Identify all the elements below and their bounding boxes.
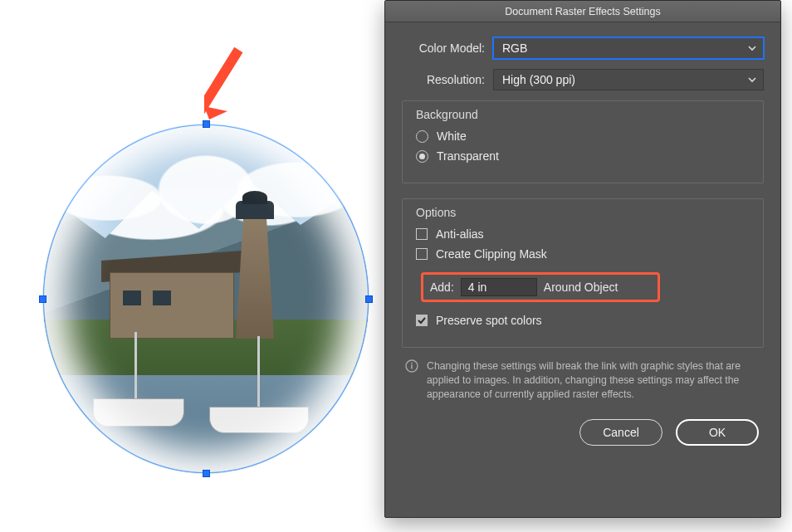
resolution-label: Resolution: xyxy=(402,73,493,86)
dialog-title: Document Raster Effects Settings xyxy=(385,1,780,22)
chevron-down-icon xyxy=(748,76,756,84)
color-model-select[interactable]: RGB xyxy=(493,37,764,59)
checkbox-icon xyxy=(416,248,428,260)
bg-white-option[interactable]: White xyxy=(416,129,750,143)
bg-transparent-label: Transparent xyxy=(437,149,499,163)
svg-marker-0 xyxy=(204,106,227,120)
info-text: Changing these settings will break the l… xyxy=(427,359,760,403)
clipping-mask-label: Create Clipping Mask xyxy=(436,247,547,261)
clipping-mask-option[interactable]: Create Clipping Mask xyxy=(416,247,750,261)
arrow-annotation-icon xyxy=(204,40,279,131)
add-highlight-callout: Add: Around Object xyxy=(421,272,660,302)
anti-alias-option[interactable]: Anti-alias xyxy=(416,227,750,241)
bg-white-label: White xyxy=(437,129,467,143)
dialog-body: Color Model: RGB Resolution: High (300 p… xyxy=(385,22,780,461)
cancel-button[interactable]: Cancel xyxy=(579,419,662,446)
info-icon xyxy=(405,359,418,373)
checkbox-icon xyxy=(416,228,428,240)
checkbox-checked-icon xyxy=(416,315,428,326)
options-title: Options xyxy=(416,206,750,219)
options-section: Options Anti-alias Create Clipping Mask … xyxy=(402,198,764,348)
preserve-spot-label: Preserve spot colors xyxy=(436,314,542,327)
color-model-value: RGB xyxy=(502,41,527,55)
bg-transparent-option[interactable]: Transparent xyxy=(416,149,750,163)
info-note: Changing these settings will break the l… xyxy=(402,348,764,403)
background-title: Background xyxy=(416,108,750,121)
resolution-value: High (300 ppi) xyxy=(502,73,575,86)
radio-icon xyxy=(416,130,428,143)
raster-effects-dialog: Document Raster Effects Settings Color M… xyxy=(384,0,781,518)
selection-handle-left[interactable] xyxy=(39,295,46,303)
color-model-row: Color Model: RGB xyxy=(402,37,764,59)
svg-rect-4 xyxy=(411,363,413,364)
cancel-label: Cancel xyxy=(603,426,639,439)
canvas-area xyxy=(0,0,390,532)
background-section: Background White Transparent xyxy=(402,100,764,183)
ok-button[interactable]: OK xyxy=(676,419,759,446)
add-value-input[interactable] xyxy=(461,278,537,296)
svg-rect-1 xyxy=(204,47,242,117)
selection-handle-right[interactable] xyxy=(365,295,373,303)
svg-rect-3 xyxy=(411,365,413,369)
chevron-down-icon xyxy=(748,44,756,52)
add-around-object-row: Add: Around Object xyxy=(416,269,750,305)
add-suffix: Around Object xyxy=(544,281,618,294)
dialog-buttons: Cancel OK xyxy=(402,403,764,449)
clipped-image[interactable] xyxy=(43,124,369,473)
selection-handle-top[interactable] xyxy=(203,120,210,128)
ok-label: OK xyxy=(709,426,726,439)
resolution-select[interactable]: High (300 ppi) xyxy=(493,69,764,90)
anti-alias-label: Anti-alias xyxy=(436,227,484,241)
add-label: Add: xyxy=(430,281,454,294)
selection-handle-bottom[interactable] xyxy=(203,470,210,477)
radio-checked-icon xyxy=(416,150,428,163)
resolution-row: Resolution: High (300 ppi) xyxy=(402,69,764,90)
preserve-spot-option[interactable]: Preserve spot colors xyxy=(416,314,750,327)
image-content xyxy=(43,124,369,473)
color-model-label: Color Model: xyxy=(402,41,493,55)
